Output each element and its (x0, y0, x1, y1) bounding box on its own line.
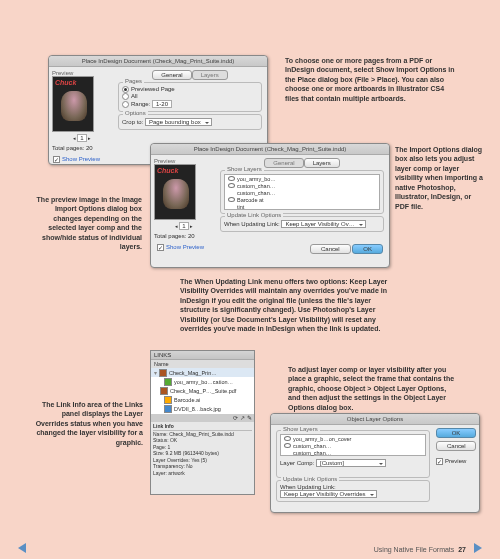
tab-general[interactable]: General (152, 70, 191, 80)
caption-link-info: The Link Info area of the Links panel di… (28, 400, 143, 447)
caption-preview-changes: The preview image in the Image Import Op… (32, 195, 142, 252)
caption-updating-link: The When Updating Link menu offers two o… (180, 277, 395, 334)
eye-icon[interactable] (228, 176, 235, 181)
update-link-dropdown[interactable]: Keep Layer Visibility Ov… (281, 220, 365, 228)
crop-dropdown[interactable]: Page bounding box (145, 118, 212, 126)
link-icon (159, 369, 167, 377)
dialog1-title: Place InDesign Document (Check_Mag_Print… (49, 56, 267, 67)
layer-comp-dropdown[interactable]: [Custom] (316, 459, 386, 467)
place-dialog-layers: Place InDesign Document (Check_Mag_Print… (150, 143, 390, 268)
dialog3-title: Object Layer Options (271, 414, 479, 425)
preview-check[interactable] (436, 458, 443, 465)
tab-general-2[interactable]: General (264, 158, 303, 168)
tab-layers[interactable]: Layers (192, 70, 228, 80)
next-page-arrow[interactable] (474, 543, 482, 553)
show-preview-check[interactable] (53, 156, 60, 163)
radio-previewed[interactable] (122, 86, 129, 93)
cancel-button[interactable]: Cancel (310, 244, 351, 254)
caption-layer-visibility: The Import Options dialog box also lets … (395, 145, 485, 211)
prev-page-arrow[interactable] (18, 543, 26, 553)
total-pages: Total pages: 20 (52, 145, 112, 151)
caption-object-layer: To adjust layer comp or layer visibility… (288, 365, 458, 412)
radio-all[interactable] (122, 93, 129, 100)
cancel-button-2[interactable]: Cancel (436, 441, 476, 451)
edit-icon[interactable]: ✎ (247, 415, 252, 421)
ok-button[interactable]: OK (352, 244, 383, 254)
radio-range[interactable] (122, 101, 129, 108)
goto-icon[interactable]: ↗ (240, 415, 245, 421)
object-layer-options-dialog: Object Layer Options Show Layers you_arm… (270, 413, 480, 513)
preview-thumbnail (52, 76, 94, 132)
dialog2-title: Place InDesign Document (Check_Mag_Print… (151, 144, 389, 155)
tab-layers-2[interactable]: Layers (304, 158, 340, 168)
update-link-dropdown-2[interactable]: Keep Layer Visibility Overrides (280, 490, 377, 498)
page-footer: Using Native File Formats 27 (374, 546, 466, 553)
ok-button-2[interactable]: OK (436, 428, 476, 438)
link-info: Link Info Name: Check_Mag_Print_Suite.in… (151, 422, 254, 477)
preview-thumbnail-2 (154, 164, 196, 220)
relink-icon[interactable]: ⟳ (233, 415, 238, 421)
caption-import-options: To choose one or more pages from a PDF o… (285, 56, 460, 103)
links-panel: LINKS Name ▾Check_Mag_Prin… you_army_bo…… (150, 350, 255, 495)
links-panel-title: LINKS (151, 351, 254, 360)
